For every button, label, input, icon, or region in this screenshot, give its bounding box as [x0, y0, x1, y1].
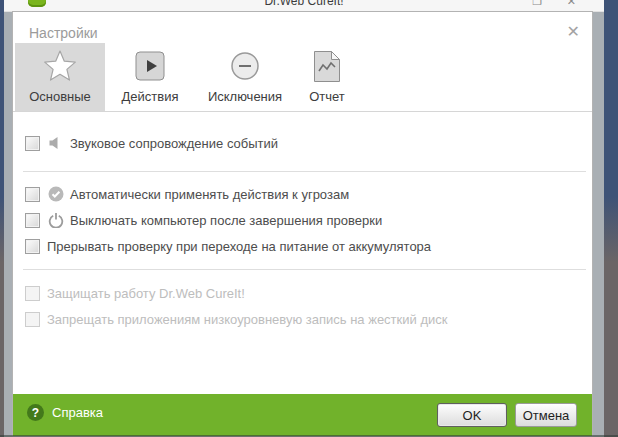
help-link[interactable]: ? Справка [27, 404, 103, 421]
close-icon[interactable]: ✕ [567, 24, 580, 40]
background-window-title: Dr.Web CureIt! [4, 0, 604, 8]
tab-label: Действия [122, 89, 179, 104]
checkbox-label: Запрещать приложениям низкоуровневую зап… [47, 312, 447, 327]
tab-actions[interactable]: Действия [105, 43, 195, 111]
footer-bar: ? Справка OK Отмена [13, 394, 592, 436]
sound-checkbox[interactable] [25, 136, 40, 151]
checkbox-label: Прерывать проверку при переходе на питан… [47, 239, 431, 254]
tab-label: Основные [29, 89, 91, 104]
checkbox-label: Выключать компьютер после завершения про… [70, 213, 382, 228]
power-icon [47, 212, 64, 228]
checkbox-label: Автоматически применять действия к угроз… [70, 187, 349, 202]
checkbox-row-battery-pause: Прерывать проверку при переходе на питан… [25, 238, 431, 254]
tab-label: Исключения [208, 89, 282, 104]
auto-apply-checkbox[interactable] [25, 187, 40, 202]
group-divider [23, 171, 586, 172]
report-icon [313, 43, 341, 89]
tab-label: Отчет [309, 89, 345, 104]
cancel-button[interactable]: Отмена [515, 403, 577, 427]
checkbox-row-self-protect: Защищать работу Dr.Web CureIt! [25, 285, 245, 301]
checkbox-label: Звуковое сопровождение событий [70, 136, 278, 151]
checkbox-row-sound: Звуковое сопровождение событий [25, 135, 278, 151]
self-protect-checkbox[interactable] [25, 286, 40, 301]
tab-main[interactable]: Основные [15, 43, 105, 111]
dialog-title: Настройки [29, 25, 98, 41]
tab-bar: Основные Действия Исключения Отчет [15, 43, 359, 111]
tab-exclusions[interactable]: Исключения [195, 43, 295, 111]
tabbar-divider [13, 111, 592, 112]
ok-button[interactable]: OK [437, 403, 507, 427]
checkbox-label: Защищать работу Dr.Web CureIt! [47, 286, 245, 301]
checkbox-row-block-lowlevel-write: Запрещать приложениям низкоуровневую зап… [25, 311, 447, 327]
group-divider [23, 269, 586, 270]
tab-report[interactable]: Отчет [295, 43, 359, 111]
help-label: Справка [52, 405, 103, 420]
checkbox-row-auto-apply: Автоматически применять действия к угроз… [25, 186, 349, 202]
battery-pause-checkbox[interactable] [25, 239, 40, 254]
minus-circle-icon [229, 43, 261, 89]
check-circle-icon [47, 186, 64, 202]
maximize-icon[interactable]: ❐ [532, 0, 542, 8]
shutdown-checkbox[interactable] [25, 213, 40, 228]
background-close-icon[interactable]: ✕ [567, 0, 576, 8]
block-lowlevel-write-checkbox[interactable] [25, 312, 40, 327]
play-icon [135, 43, 165, 89]
settings-dialog: Настройки ✕ Основные Действия Исключения… [12, 11, 593, 437]
checkbox-row-shutdown: Выключать компьютер после завершения про… [25, 212, 382, 228]
question-icon: ? [27, 404, 44, 421]
star-icon [43, 43, 77, 89]
speaker-icon [47, 136, 64, 150]
